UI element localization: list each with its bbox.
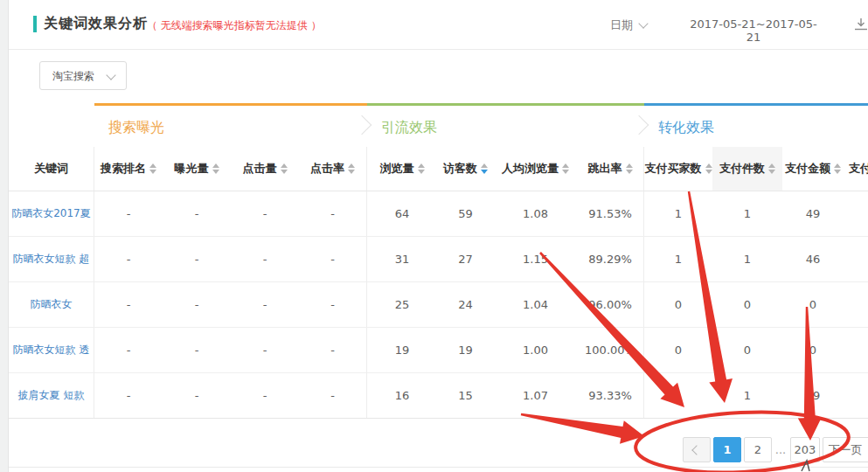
col-label: 支付买家数 bbox=[645, 161, 702, 177]
date-filter-label[interactable]: 日期 bbox=[610, 17, 633, 33]
cell: 15 bbox=[437, 373, 494, 418]
sort-icon[interactable] bbox=[834, 163, 841, 174]
keyword-table: 搜索曝光 引流效果 转化效果 关键词 搜索排名 曝光量 点击量 点击率 浏览量 … bbox=[9, 103, 868, 419]
cell: - bbox=[299, 237, 367, 281]
col-header-ctr[interactable]: 点击率 bbox=[299, 147, 367, 191]
col-header-clicks[interactable]: 点击量 bbox=[231, 147, 299, 191]
sort-icon[interactable] bbox=[348, 163, 355, 174]
cell: - bbox=[163, 191, 231, 236]
col-header-exposure[interactable]: 曝光量 bbox=[163, 147, 231, 191]
col-header-paid-items[interactable]: 支付件数 bbox=[712, 147, 782, 191]
cell bbox=[844, 191, 868, 236]
keyword-analysis-panel: 关键词效果分析 （ 无线端搜索曝光指标暂无法提供 ） 日期 2017-05-21… bbox=[0, 0, 868, 472]
cell bbox=[844, 328, 868, 372]
cell bbox=[844, 237, 868, 281]
cell: 49 bbox=[782, 191, 844, 236]
cell: 1 bbox=[712, 191, 782, 236]
channel-select-value: 淘宝搜索 bbox=[52, 69, 94, 84]
col-label: 搜索排名 bbox=[101, 161, 146, 177]
cell: - bbox=[231, 282, 299, 327]
cell: 0 bbox=[712, 282, 782, 327]
col-header-pageviews[interactable]: 浏览量 bbox=[367, 147, 437, 191]
col-header-paying-buyers[interactable]: 支付买家数 bbox=[644, 147, 712, 191]
cell: 1 bbox=[644, 237, 712, 281]
cell: 1.00 bbox=[494, 328, 577, 372]
keyword-link[interactable]: 披肩女夏 短款 bbox=[9, 373, 94, 418]
panel-header: 关键词效果分析 （ 无线端搜索曝光指标暂无法提供 ） 日期 2017-05-21… bbox=[9, 0, 868, 50]
col-label: 点击率 bbox=[310, 161, 344, 177]
col-label: 支付件数 bbox=[719, 161, 765, 177]
cell: 16 bbox=[367, 373, 437, 418]
chevron-down-icon bbox=[106, 70, 115, 80]
pagination-prev-button[interactable] bbox=[683, 437, 711, 462]
cell: 91.53% bbox=[577, 191, 644, 236]
pagination-next-button[interactable]: 下一页 bbox=[823, 437, 868, 462]
group-search-exposure: 搜索曝光 bbox=[94, 103, 367, 147]
keyword-link[interactable]: 防晒衣女短款 透 bbox=[9, 328, 94, 372]
channel-select[interactable]: 淘宝搜索 bbox=[39, 61, 127, 90]
cell: - bbox=[299, 373, 367, 418]
table-row: 披肩女夏 短款 - - - - 16 15 1.07 93.33% 1 1 49 bbox=[9, 373, 868, 419]
cell: 46 bbox=[782, 237, 844, 281]
cell: - bbox=[299, 191, 367, 236]
keyword-link[interactable]: 防晒衣女2017夏 bbox=[9, 191, 94, 236]
cell: 1 bbox=[712, 373, 782, 418]
keyword-link[interactable]: 防晒衣女短款 超 bbox=[9, 237, 94, 281]
sort-icon[interactable] bbox=[149, 163, 156, 174]
sort-icon[interactable] bbox=[281, 163, 288, 174]
cell: 1.04 bbox=[494, 282, 577, 327]
table-row: 防晒衣女2017夏 - - - - 64 59 1.08 91.53% 1 1 … bbox=[9, 191, 868, 237]
cell: - bbox=[299, 328, 367, 372]
sort-icon-active[interactable] bbox=[481, 163, 488, 174]
table-row: 防晒衣女短款 超 - - - - 31 27 1.15 89.29% 1 1 4… bbox=[9, 237, 868, 282]
next-label: 下一页 bbox=[829, 442, 863, 458]
cell: - bbox=[163, 328, 231, 372]
cell: - bbox=[94, 328, 163, 372]
pagination-page-203[interactable]: 203 bbox=[790, 437, 820, 462]
cell: - bbox=[94, 191, 163, 236]
page-left-gutter bbox=[0, 0, 9, 472]
pagination-page-1[interactable]: 1 bbox=[713, 437, 741, 462]
col-header-paid-amount[interactable]: 支付金额 bbox=[782, 147, 844, 191]
col-header-pay-conversion[interactable]: 支付转化率 bbox=[844, 147, 868, 191]
sort-icon[interactable] bbox=[562, 163, 569, 174]
cell: 1 bbox=[644, 191, 712, 236]
cell: 24 bbox=[437, 282, 494, 327]
col-header-visitors[interactable]: 访客数 bbox=[437, 147, 494, 191]
cell: 49 bbox=[782, 373, 844, 418]
date-range-value[interactable]: 2017-05-21~2017-05-21 bbox=[684, 17, 823, 44]
col-header-avg-pageviews[interactable]: 人均浏览量 bbox=[494, 147, 577, 191]
cell: - bbox=[231, 237, 299, 281]
cell: 0 bbox=[712, 328, 782, 372]
pagination-page-2[interactable]: 2 bbox=[744, 437, 772, 462]
cell: - bbox=[94, 373, 163, 418]
sort-icon[interactable] bbox=[705, 163, 712, 174]
table-header-row: 关键词 搜索排名 曝光量 点击量 点击率 浏览量 访客数 人均浏览量 跳出率 支… bbox=[9, 147, 868, 191]
table-row: 防晒衣女短款 透 - - - - 19 19 1.00 100.00% 0 0 … bbox=[9, 328, 868, 373]
sort-icon[interactable] bbox=[212, 163, 219, 174]
col-label: 支付转化率 bbox=[849, 161, 868, 177]
col-header-bounce-rate[interactable]: 跳出率 bbox=[577, 147, 644, 191]
cell: - bbox=[231, 328, 299, 372]
download-icon[interactable] bbox=[853, 17, 868, 31]
col-label: 跳出率 bbox=[588, 161, 622, 177]
cell: 96.00% bbox=[577, 282, 644, 327]
chevron-down-icon[interactable] bbox=[638, 18, 648, 28]
col-label: 浏览量 bbox=[380, 161, 414, 177]
group-spacer bbox=[9, 103, 94, 147]
cell: - bbox=[94, 237, 163, 281]
col-label: 支付金额 bbox=[785, 161, 830, 177]
col-label: 访客数 bbox=[443, 161, 477, 177]
sort-icon[interactable] bbox=[418, 163, 425, 174]
col-header-search-rank[interactable]: 搜索排名 bbox=[94, 147, 163, 191]
cell: 0 bbox=[782, 328, 844, 372]
col-label: 点击量 bbox=[243, 161, 277, 177]
title-accent-bar bbox=[33, 16, 37, 32]
cell: 25 bbox=[367, 282, 437, 327]
sort-icon[interactable] bbox=[768, 163, 775, 174]
cell: 1.07 bbox=[494, 373, 577, 418]
cell: - bbox=[299, 282, 367, 327]
sort-icon[interactable] bbox=[626, 163, 633, 174]
keyword-link[interactable]: 防晒衣女 bbox=[9, 282, 94, 327]
group-traffic-effect: 引流效果 bbox=[367, 103, 644, 147]
